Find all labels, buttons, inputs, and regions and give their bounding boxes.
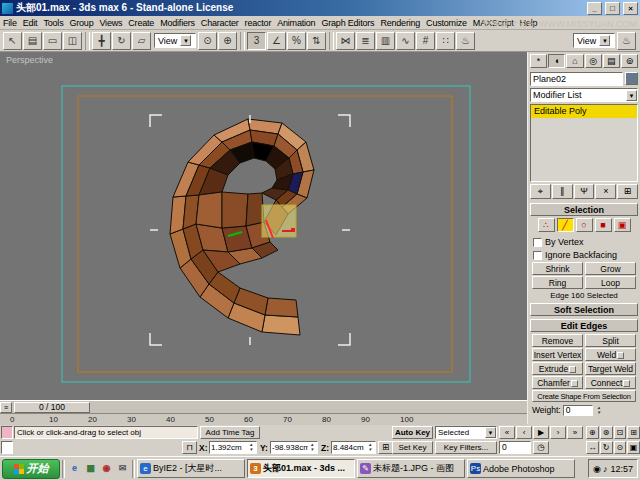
mirror-button[interactable]: ⋈ <box>336 32 355 50</box>
rollout-soft-selection-header[interactable]: Soft Selection <box>530 303 638 316</box>
selection-lock-icon[interactable]: ⊓ <box>182 441 197 454</box>
trackbar-toggle-button[interactable]: ≡ <box>0 402 12 413</box>
select-and-move-button[interactable]: ╋ <box>92 32 111 50</box>
shrink-button[interactable]: Shrink <box>532 262 583 275</box>
menu-rendering[interactable]: Rendering <box>377 18 423 28</box>
field-of-view-button[interactable]: ⊙ <box>614 441 627 454</box>
min-max-toggle-button[interactable]: ▣ <box>627 441 640 454</box>
create-shape-button[interactable]: Create Shape From Selection <box>532 390 636 402</box>
perspective-viewport[interactable]: Perspective <box>0 52 527 400</box>
go-to-end-button[interactable]: » <box>567 426 583 439</box>
rectangular-selection-region-button[interactable]: ▭ <box>43 32 62 50</box>
select-and-scale-button[interactable]: ▱ <box>132 32 151 50</box>
ignore-backfacing-checkbox[interactable] <box>533 251 542 260</box>
go-to-start-button[interactable]: « <box>499 426 515 439</box>
menu-tools[interactable]: Tools <box>40 18 66 28</box>
weld-settings-button[interactable] <box>617 352 624 359</box>
task-ie[interactable]: eByIE2 - [大星时... <box>137 459 245 478</box>
task-3dsmax[interactable]: 3头部01.max - 3ds ... <box>247 459 355 478</box>
task-paint[interactable]: ✎未标题-1.JPG - 画图 <box>357 459 465 478</box>
chamfer-button[interactable]: Chamfer <box>532 376 583 389</box>
time-slider-handle[interactable]: 0 / 100 <box>14 402 90 413</box>
quicklaunch-mail[interactable]: ✉ <box>115 461 130 476</box>
pin-stack-button[interactable]: ⌖ <box>530 184 551 199</box>
weld-button[interactable]: Weld <box>585 348 636 361</box>
target-weld-button[interactable]: Target Weld <box>585 362 636 375</box>
weight-spinner[interactable]: ▴▾ <box>595 405 603 416</box>
menu-modifiers[interactable]: Modifiers <box>157 18 198 28</box>
use-pivot-center-button[interactable]: ⊙ <box>198 32 217 50</box>
insert-vertex-button[interactable]: Insert Vertex <box>532 348 583 361</box>
element-mode-button[interactable]: ▣ <box>614 218 631 232</box>
arc-rotate-button[interactable]: ↻ <box>600 441 613 454</box>
weight-field[interactable]: 0 <box>563 405 593 416</box>
tab-utilities[interactable]: ⊚ <box>621 54 638 68</box>
current-frame-field[interactable]: 0 <box>499 441 531 454</box>
minimize-button[interactable]: _ <box>587 2 602 15</box>
edge-mode-button[interactable]: ╱ <box>557 218 574 232</box>
percent-snap-button[interactable]: % <box>287 32 306 50</box>
menu-group[interactable]: Group <box>66 18 96 28</box>
split-button[interactable]: Split <box>585 334 636 347</box>
dropdown-arrow-icon[interactable]: ▼ <box>626 90 637 101</box>
angle-snap-button[interactable]: ∠ <box>267 32 286 50</box>
dropdown-arrow-icon[interactable]: ▼ <box>485 427 496 438</box>
object-name-field[interactable]: Plane02 <box>530 72 623 86</box>
start-button[interactable]: 开始 <box>2 459 60 479</box>
layer-manager-button[interactable]: ▥ <box>376 32 395 50</box>
render-type-dropdown[interactable]: View▼ <box>573 33 615 48</box>
chamfer-settings-button[interactable] <box>571 380 578 387</box>
dropdown-arrow-icon[interactable]: ▼ <box>180 35 191 46</box>
grow-button[interactable]: Grow <box>585 262 636 275</box>
zoom-extents-button[interactable]: ⊡ <box>614 426 627 439</box>
gizmo-red-handle[interactable] <box>291 228 295 232</box>
loop-button[interactable]: Loop <box>585 276 636 289</box>
time-slider[interactable]: ≡ 0 / 100 <box>0 400 527 413</box>
track-bar[interactable]: 0102030405060708090100 <box>0 413 527 425</box>
make-unique-button[interactable]: Ψ <box>574 184 595 199</box>
reference-coordinate-system-dropdown[interactable]: View▼ <box>154 33 196 48</box>
spinner-snap-button[interactable]: ⇅ <box>307 32 326 50</box>
tab-display[interactable]: ▤ <box>603 54 620 68</box>
menu-create[interactable]: Create <box>125 18 157 28</box>
menu-maxscript[interactable]: MAXScript <box>470 18 517 28</box>
viewport-canvas[interactable] <box>0 52 527 400</box>
time-configuration-button[interactable]: ◷ <box>533 441 549 454</box>
maxscript-mini-listener-pink[interactable] <box>1 426 13 439</box>
tab-motion[interactable]: ◎ <box>585 54 602 68</box>
select-object-button[interactable]: ↖ <box>3 32 22 50</box>
play-button[interactable]: ▶ <box>533 426 549 439</box>
show-end-result-button[interactable]: ∥ <box>552 184 573 199</box>
menu-help[interactable]: Help <box>517 18 541 28</box>
grid-snap-icon[interactable]: ⊞ <box>378 441 393 454</box>
menu-customize[interactable]: Customize <box>423 18 470 28</box>
rollout-selection-header[interactable]: Selection <box>530 203 638 216</box>
maxscript-mini-listener-white[interactable] <box>1 441 13 454</box>
set-key-button[interactable]: Set Key <box>392 441 433 454</box>
connect-settings-button[interactable] <box>623 380 630 387</box>
menu-file[interactable]: File <box>0 18 20 28</box>
close-button[interactable]: × <box>623 2 638 15</box>
menu-graph-editors[interactable]: Graph Editors <box>318 18 377 28</box>
menu-views[interactable]: Views <box>96 18 125 28</box>
connect-button[interactable]: Connect <box>585 376 636 389</box>
tab-hierarchy[interactable]: ⌂ <box>566 54 583 68</box>
menu-character[interactable]: Character <box>198 18 242 28</box>
schematic-view-button[interactable]: # <box>416 32 435 50</box>
object-color-swatch[interactable] <box>625 72 638 85</box>
pan-button[interactable]: ↔ <box>586 441 599 454</box>
select-and-manipulate-button[interactable]: ⊕ <box>218 32 237 50</box>
quicklaunch-media[interactable]: ◉ <box>99 461 114 476</box>
menu-reactor[interactable]: reactor <box>242 18 275 28</box>
zoom-extents-all-button[interactable]: ⊞ <box>627 426 640 439</box>
dropdown-arrow-icon[interactable]: ▼ <box>599 35 610 46</box>
add-time-tag-button[interactable]: Add Time Tag <box>200 426 260 439</box>
vertex-mode-button[interactable]: ∴ <box>538 218 555 232</box>
quicklaunch-ie[interactable]: e <box>67 461 82 476</box>
quick-render-button[interactable]: ♨ <box>617 32 636 50</box>
remove-modifier-button[interactable]: × <box>595 184 616 199</box>
auto-key-button[interactable]: Auto Key <box>392 426 433 439</box>
select-and-rotate-button[interactable]: ↻ <box>112 32 131 50</box>
align-button[interactable]: ≣ <box>356 32 375 50</box>
extrude-settings-button[interactable] <box>569 366 576 373</box>
